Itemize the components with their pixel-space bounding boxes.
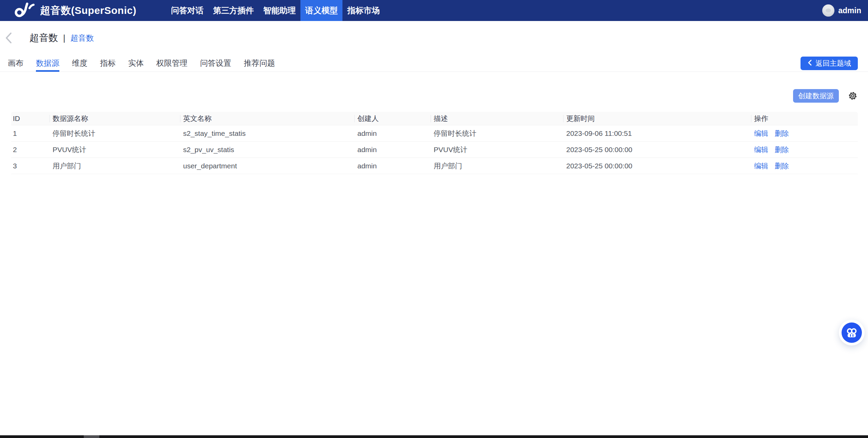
table-toolbar: 创建数据源 [0, 89, 868, 103]
cell-en-name: user_department [180, 158, 355, 174]
datasource-table: ID 数据源名称 英文名称 创建人 描述 更新时间 操作 1 停留时长统计 s2… [11, 112, 858, 174]
tab-canvas[interactable]: 画布 [8, 55, 23, 71]
cell-name: PVUV统计 [50, 142, 180, 158]
edit-link[interactable]: 编辑 [754, 162, 768, 170]
cell-actions: 编辑 删除 [751, 142, 858, 158]
edit-link[interactable]: 编辑 [754, 129, 768, 137]
return-domain-button[interactable]: 返回主题域 [801, 57, 858, 70]
cell-creator: admin [355, 125, 431, 142]
user-menu[interactable]: admin [822, 0, 861, 21]
nav-item-intelligent-assistant[interactable]: 智能助理 [258, 0, 300, 21]
tab-permission[interactable]: 权限管理 [156, 55, 188, 71]
table-header-row: ID 数据源名称 英文名称 创建人 描述 更新时间 操作 [11, 112, 858, 125]
table-row: 1 停留时长统计 s2_stay_time_statis admin 停留时长统… [11, 125, 858, 142]
user-avatar [822, 4, 834, 17]
col-header-description: 描述 [431, 112, 564, 125]
tab-bar: 画布 数据源 维度 指标 实体 权限管理 问答设置 推荐问题 返回主题域 [0, 55, 868, 72]
cell-description: PVUV统计 [431, 142, 564, 158]
cell-creator: admin [355, 142, 431, 158]
brand-home-link[interactable]: 超音数(SuperSonic) [14, 0, 136, 21]
col-header-updated: 更新时间 [564, 112, 751, 125]
chatbot-fab-button[interactable] [839, 320, 865, 346]
delete-link[interactable]: 删除 [775, 162, 789, 170]
cell-name: 用户部门 [50, 158, 180, 174]
chevron-left-icon [807, 59, 812, 68]
nav-item-third-party-plugins[interactable]: 第三方插件 [208, 0, 258, 21]
breadcrumb-domain-link[interactable]: 超音数 [71, 33, 94, 43]
tab-datasource[interactable]: 数据源 [36, 55, 59, 71]
top-navbar: 超音数(SuperSonic) 问答对话 第三方插件 智能助理 语义模型 指标市… [0, 0, 868, 21]
table-row: 2 PVUV统计 s2_pv_uv_statis admin PVUV统计 20… [11, 142, 858, 158]
tab-qa-settings[interactable]: 问答设置 [200, 55, 231, 71]
main-nav: 问答对话 第三方插件 智能助理 语义模型 指标市场 [166, 0, 384, 21]
cell-updated: 2023-05-25 00:00:00 [564, 142, 751, 158]
horizontal-scrollbar-thumb[interactable] [84, 435, 99, 438]
cell-en-name: s2_stay_time_statis [180, 125, 355, 142]
tab-recommended-questions[interactable]: 推荐问题 [244, 55, 275, 71]
cell-en-name: s2_pv_uv_statis [180, 142, 355, 158]
nav-item-metrics-market[interactable]: 指标市场 [342, 0, 384, 21]
nav-item-qa-chat[interactable]: 问答对话 [166, 0, 208, 21]
col-header-name: 数据源名称 [50, 112, 180, 125]
logo-icon [14, 2, 35, 19]
cell-actions: 编辑 删除 [751, 125, 858, 142]
col-header-actions: 操作 [751, 112, 858, 125]
cell-creator: admin [355, 158, 431, 174]
breadcrumb-separator: | [63, 33, 65, 43]
create-datasource-button[interactable]: 创建数据源 [793, 89, 839, 103]
horizontal-scrollbar-track [0, 435, 868, 438]
username: admin [838, 6, 861, 15]
edit-link[interactable]: 编辑 [754, 146, 768, 153]
cell-updated: 2023-05-25 00:00:00 [564, 158, 751, 174]
app-title: 超音数(SuperSonic) [40, 4, 136, 18]
robot-icon [842, 322, 862, 343]
cell-id: 2 [11, 142, 50, 158]
col-header-creator: 创建人 [355, 112, 431, 125]
page: 超音数(SuperSonic) 问答对话 第三方插件 智能助理 语义模型 指标市… [0, 0, 868, 438]
col-header-id: ID [11, 112, 50, 125]
col-header-en-name: 英文名称 [180, 112, 355, 125]
cell-id: 3 [11, 158, 50, 174]
delete-link[interactable]: 删除 [775, 129, 789, 137]
tab-entity[interactable]: 实体 [128, 55, 144, 71]
cell-updated: 2023-09-06 11:00:51 [564, 125, 751, 142]
tab-metric[interactable]: 指标 [100, 55, 116, 71]
gear-icon[interactable] [848, 91, 858, 101]
nav-item-semantic-model[interactable]: 语义模型 [300, 0, 342, 21]
return-domain-label: 返回主题域 [815, 59, 851, 68]
back-chevron-icon[interactable] [4, 32, 13, 44]
delete-link[interactable]: 删除 [775, 146, 789, 153]
cell-description: 用户部门 [431, 158, 564, 174]
tab-dimension[interactable]: 维度 [72, 55, 87, 71]
cell-actions: 编辑 删除 [751, 158, 858, 174]
cell-description: 停留时长统计 [431, 125, 564, 142]
cell-name: 停留时长统计 [50, 125, 180, 142]
page-title: 超音数 [29, 32, 58, 44]
table-row: 3 用户部门 user_department admin 用户部门 2023-0… [11, 158, 858, 174]
breadcrumb: 超音数 | 超音数 [0, 21, 868, 55]
cell-id: 1 [11, 125, 50, 142]
